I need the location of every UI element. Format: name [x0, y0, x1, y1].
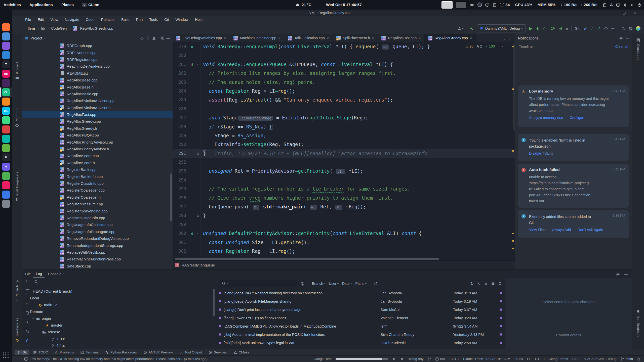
code-line-297[interactable]: 297 CurQueue.push( x: std::make_pair( &:… [173, 202, 515, 211]
run-config-selector[interactable]: DummyYAML | Debug › [477, 24, 526, 32]
history-button[interactable] [604, 26, 608, 30]
project-file[interactable]: C++RegisterUsageInfo.cpp [22, 214, 173, 221]
project-file[interactable]: C++RegUsageInfoCollector.cpp [22, 221, 173, 228]
dock-app-19[interactable] [2, 191, 10, 199]
editor-hscrollbar[interactable] [173, 257, 515, 260]
code-line-289[interactable]: 289 Stage = RS_Assign; [173, 131, 515, 140]
git-tool-edit[interactable] [26, 338, 30, 342]
code-line-292[interactable]: 292 [173, 158, 515, 167]
code-line-280[interactable]: 280 [173, 51, 515, 60]
toolwindow-problems[interactable]: ⚠Problems [52, 350, 76, 355]
rollback-button[interactable]: ↩ [611, 26, 615, 31]
dock-app-14[interactable] [2, 144, 10, 152]
git-tool-divider[interactable]: — [26, 287, 29, 291]
code-line-286[interactable]: 286 [173, 105, 515, 113]
prev-problem-chevron[interactable]: › [496, 46, 500, 47]
project-file[interactable]: C++RegisterPressure.cpp [22, 201, 173, 207]
gutter-icon[interactable] [189, 42, 195, 51]
hide-panel-button[interactable]: — [166, 36, 170, 40]
toolwindow-python-packages[interactable]: Python Packages [103, 350, 139, 355]
project-file[interactable]: C++ReachingDefAnalysis.cpp [22, 63, 173, 70]
resolve-context-widget[interactable]: C++: LLVMCodeGen | Debug [572, 357, 617, 361]
menu-run[interactable]: Run [136, 18, 143, 22]
dock-app-9[interactable] [2, 98, 10, 106]
branch-row[interactable]: 1.1.x [51, 342, 65, 349]
code-line-283[interactable]: 283 // The queue holds (size, reg) pairs… [173, 78, 515, 87]
weather-widget[interactable]: 21 °C [296, 0, 311, 10]
menu-view[interactable]: View [50, 18, 58, 22]
refresh-button[interactable]: ↻ [470, 281, 474, 286]
project-file[interactable]: HRegAllocPriorityAdvisor.h [22, 146, 173, 152]
hidden-tabs-chevron[interactable]: › [500, 38, 507, 40]
sync-settings-icon[interactable] [400, 357, 404, 361]
branch-row[interactable]: ›Remote [27, 308, 43, 315]
code-line-295[interactable]: 295 // The virtual register number is a … [173, 185, 515, 193]
focused-app-menu[interactable]: CCLion [82, 3, 99, 7]
close-icon[interactable]: × [327, 36, 329, 40]
project-file[interactable]: C++ResetMachineFunctionPass.cpp [22, 256, 173, 262]
git-tab-console[interactable]: Console × [46, 271, 67, 277]
workspace-2[interactable] [456, 1, 467, 9]
notification-action-link[interactable]: Configure [570, 116, 585, 120]
project-file[interactable]: C++RegAllocScore.cpp [22, 152, 173, 159]
next-problem-chevron[interactable]: › [501, 46, 505, 47]
settings-button[interactable] [629, 26, 633, 30]
git-commit-button[interactable]: ✓ [590, 26, 594, 31]
fold-marker[interactable]: › [195, 122, 200, 131]
project-file[interactable]: C++RegisterScavenging.cpp [22, 207, 173, 214]
filter-user[interactable]: User› [329, 282, 339, 286]
sort-button[interactable] [484, 282, 488, 286]
project-file[interactable]: C++RegAllocPriorityAdvisor.cpp [22, 139, 173, 145]
git-panel-hide-button[interactable]: — [624, 272, 628, 276]
menu-help[interactable]: Help [195, 18, 203, 22]
stripe-warning-mark[interactable] [512, 248, 514, 249]
tool-strip-commit[interactable]: Commit [12, 108, 22, 127]
encoding-widget[interactable]: UTF-8 [535, 357, 545, 361]
code-line-302[interactable]: 302 const Register Reg = LI.reg(); [173, 247, 515, 256]
notification-card-1[interactable]: ⚠5:42 PM Low memory The IDE is running l… [518, 85, 629, 127]
git-tool-get[interactable]: ↙ [26, 301, 29, 305]
menu-git[interactable]: Git [164, 18, 169, 22]
dock-app-2[interactable] [2, 32, 10, 40]
notification-action-link[interactable]: View Files [529, 228, 546, 232]
go-to-hash-button[interactable] [374, 282, 377, 286]
branch-row[interactable]: 1.0.x [51, 335, 65, 342]
notification-card-2[interactable]: i5:41 PM TSLint is enabled: 'tslint' is … [518, 134, 629, 161]
stripe-warning-mark[interactable] [512, 150, 514, 152]
commit-row[interactable]: [clang][deps] NFC: Respect working direc… [217, 289, 505, 297]
dock-app-17[interactable] [2, 172, 10, 180]
dock-app-8[interactable]: CL [2, 88, 10, 96]
filter-date[interactable]: Date› [342, 282, 352, 286]
tool-strip-notifications[interactable]: Notifications [632, 310, 644, 338]
code-line-301[interactable]: 301 const unsigned Size = LI.getSize(); [173, 238, 515, 247]
close-icon[interactable]: × [419, 36, 421, 40]
collapse-all-button[interactable] [152, 36, 156, 40]
formatter-widget[interactable]: ClangFormat [549, 357, 568, 361]
toolwindow-git[interactable]: Git [15, 350, 29, 355]
stop-button[interactable]: ■ [566, 26, 568, 31]
dock-app-1[interactable] [2, 23, 10, 31]
project-file[interactable]: C++RegisterCoalescer.cpp [22, 187, 173, 194]
fold-marker[interactable]: ⌂ [195, 211, 200, 220]
git-tool-collapse-left[interactable]: ‹ [26, 278, 27, 283]
project-file[interactable]: HRegAllocBase.h [22, 83, 173, 90]
tool-strip-bookmarks[interactable]: Bookmarks [12, 317, 22, 342]
hide-notifications-button[interactable]: — [626, 36, 629, 40]
breadcrumb-item[interactable]: llvm [28, 26, 35, 30]
code-with-me-avatar[interactable] [636, 26, 640, 31]
places-menu[interactable]: Places [61, 3, 74, 7]
code-line-296[interactable]: 296 // Give lower vreg numbers higher pr… [173, 194, 515, 202]
notification-settings-gear[interactable] [619, 36, 623, 40]
tab-MachineCombiner.cpp[interactable]: C++ MachineCombiner.cpp× [230, 34, 284, 42]
project-file[interactable]: C++SafeStack.cpp [22, 263, 173, 269]
dock-app-12[interactable] [2, 125, 10, 133]
fold-marker[interactable]: › [195, 60, 200, 69]
dock-app-3[interactable] [2, 42, 10, 50]
code-line-285[interactable]: 285 assert(Reg.isVirtual() && "Can only … [173, 96, 515, 104]
tab-SpillPlacement.h[interactable]: H SpillPlacement.h× [333, 34, 378, 42]
branch-compare-icon[interactable] [428, 357, 431, 361]
branch-row[interactable]: ★master [46, 322, 62, 329]
show-applications-button[interactable] [3, 352, 9, 358]
project-file[interactable]: C++RegAllocEvictionAdvisor.cpp [22, 97, 173, 104]
display-tray-icon[interactable] [485, 3, 489, 7]
